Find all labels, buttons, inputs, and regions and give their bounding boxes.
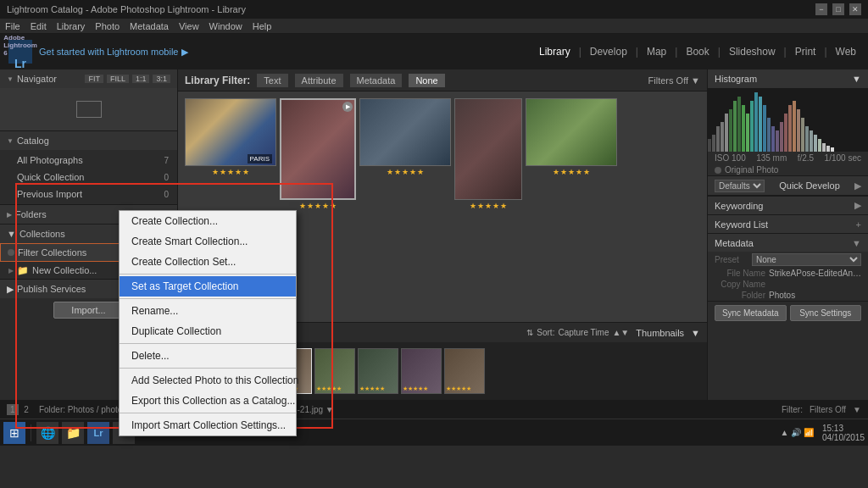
- nav-book[interactable]: Book: [682, 44, 712, 59]
- sync-metadata-button[interactable]: Sync Metadata: [715, 305, 787, 321]
- catalog-header[interactable]: ▼ Catalog: [0, 131, 177, 150]
- menu-file[interactable]: File: [5, 21, 20, 31]
- folder-row: Folder Photos: [708, 290, 868, 301]
- quick-develop-header[interactable]: Defaults Quick Develop ▶: [708, 176, 868, 195]
- right-panel: Histogram ▼: [707, 69, 868, 400]
- collection-folder-icon: 📁: [17, 265, 29, 276]
- ctx-import-smart[interactable]: Import Smart Collection Settings...: [120, 415, 296, 435]
- ctx-add-photo[interactable]: Add Selected Photo to this Collection: [120, 370, 296, 391]
- photo-stars-3: ★★★★★: [387, 168, 425, 176]
- ratio-3-1-btn[interactable]: 3:1: [153, 75, 170, 83]
- menu-library[interactable]: Library: [57, 21, 86, 31]
- svg-rect-3: [721, 122, 724, 152]
- ctx-create-smart-collection[interactable]: Create Smart Collection...: [120, 231, 296, 252]
- metadata-header[interactable]: Metadata ▼: [708, 233, 868, 252]
- photo-cell-1[interactable]: PARIS ★★★★★: [185, 98, 276, 176]
- film-thumb-4[interactable]: ★★★★★: [314, 348, 355, 394]
- new-collection-label: New Collectio...: [32, 265, 97, 275]
- import-button[interactable]: Import...: [53, 302, 123, 319]
- page-2-indicator[interactable]: 2: [20, 404, 32, 415]
- filter-none-btn[interactable]: None: [409, 74, 444, 87]
- navigator-header[interactable]: ▼ Navigator FIT FILL 1:1 3:1: [0, 69, 177, 88]
- taskbar-browser-icon[interactable]: 🌐: [36, 422, 58, 444]
- keyword-list-label: Keyword List: [715, 219, 768, 230]
- film-thumb-6[interactable]: ★★★★★: [401, 348, 442, 394]
- ctx-export-catalog[interactable]: Export this Collection as a Catalog...: [120, 391, 296, 411]
- all-photographs-row[interactable]: All Photographs 7: [0, 152, 177, 169]
- svg-rect-25: [814, 135, 817, 152]
- svg-rect-0: [708, 139, 711, 152]
- photo-cell-3[interactable]: ★★★★★: [359, 98, 451, 176]
- lr-mobile-banner[interactable]: Get started with Lightroom mobile ▶: [39, 47, 188, 58]
- nav-print[interactable]: Print: [792, 44, 820, 59]
- histogram-arrow: ▼: [852, 74, 861, 84]
- filter-attribute-btn[interactable]: Attribute: [295, 74, 343, 87]
- catalog-content: All Photographs 7 Quick Collection 0 Pre…: [0, 150, 177, 204]
- sort-icon: ⇅: [526, 328, 533, 337]
- histogram-label: Histogram: [715, 74, 757, 84]
- quick-collection-row[interactable]: Quick Collection 0: [0, 169, 177, 186]
- filter-value[interactable]: Filters Off: [810, 405, 846, 414]
- filter-arrow[interactable]: ▼: [853, 405, 861, 414]
- keyword-list-add-btn[interactable]: +: [856, 219, 861, 230]
- maximize-button[interactable]: □: [832, 3, 844, 15]
- sync-settings-button[interactable]: Sync Settings: [790, 305, 862, 321]
- menu-view[interactable]: View: [179, 21, 199, 31]
- nav-slideshow[interactable]: Slideshow: [726, 44, 779, 59]
- menu-edit[interactable]: Edit: [31, 21, 47, 31]
- menu-metadata[interactable]: Metadata: [130, 21, 169, 31]
- nav-develop[interactable]: Develop: [587, 44, 631, 59]
- collections-arrow: ▼: [7, 229, 16, 239]
- filename-value: StrikeAPose-EditedAndOriginal-21.jpg: [769, 269, 861, 278]
- defaults-select[interactable]: Defaults: [715, 180, 765, 192]
- histogram-header[interactable]: Histogram ▼: [708, 69, 868, 88]
- keywording-label: Keywording: [715, 201, 763, 211]
- filters-off-label[interactable]: Filters Off ▼: [648, 75, 700, 86]
- taskbar-explorer-icon[interactable]: 📁: [62, 422, 84, 444]
- film-thumb-5[interactable]: ★★★★★: [358, 348, 398, 394]
- lr-logo: Adobe Lightroom 6 Lr Get started with Li…: [8, 40, 188, 64]
- keyword-list-header[interactable]: Keyword List +: [708, 214, 868, 233]
- photo-cell-4[interactable]: ★★★★★: [454, 98, 522, 210]
- close-button[interactable]: ✕: [849, 3, 861, 15]
- nav-web[interactable]: Web: [832, 44, 860, 59]
- ctx-delete[interactable]: Delete...: [120, 346, 296, 366]
- preset-select[interactable]: None: [752, 253, 861, 266]
- filter-text-btn[interactable]: Text: [257, 74, 287, 87]
- sort-direction[interactable]: ▲▼: [612, 328, 629, 337]
- menu-photo[interactable]: Photo: [95, 21, 120, 31]
- ctx-create-collection[interactable]: Create Collection...: [120, 211, 296, 231]
- ctx-rename[interactable]: Rename...: [120, 301, 296, 321]
- fit-btn[interactable]: FIT: [85, 75, 103, 83]
- ctx-duplicate[interactable]: Duplicate Collection: [120, 321, 296, 341]
- nav-map[interactable]: Map: [643, 44, 670, 59]
- minimize-button[interactable]: −: [815, 3, 827, 15]
- ctx-set-target[interactable]: Set as Target Collection: [120, 276, 296, 297]
- svg-rect-20: [793, 101, 796, 152]
- ctx-create-collection-set[interactable]: Create Collection Set...: [120, 252, 296, 272]
- title-bar: Lightroom Catalog - Adobe Photoshop Ligh…: [0, 0, 868, 19]
- page-1-indicator[interactable]: 1: [7, 404, 19, 415]
- quick-develop-section: Defaults Quick Develop ▶: [708, 176, 868, 196]
- folder-value: Photos: [769, 291, 861, 300]
- keywording-arrow: ▶: [854, 200, 861, 211]
- ratio-1-1-btn[interactable]: 1:1: [132, 75, 150, 83]
- keywording-header[interactable]: Keywording ▶: [708, 196, 868, 214]
- previous-import-row[interactable]: Previous Import 0: [0, 186, 177, 202]
- thumb-size-arrow[interactable]: ▼: [691, 328, 700, 338]
- photo-cell-5[interactable]: ★★★★★: [526, 98, 617, 176]
- nav-library[interactable]: Library: [536, 44, 574, 59]
- collections-label: Collections: [19, 229, 65, 239]
- menu-window[interactable]: Window: [209, 21, 242, 31]
- taskbar-lightroom-icon[interactable]: Lr: [87, 422, 109, 444]
- window-controls: − □ ✕: [815, 3, 861, 15]
- catalog-section: ▼ Catalog All Photographs 7 Quick Collec…: [0, 131, 177, 205]
- sort-value[interactable]: Capture Time: [558, 328, 609, 337]
- filter-metadata-btn[interactable]: Metadata: [350, 74, 403, 87]
- fill-btn[interactable]: FILL: [107, 75, 129, 83]
- film-thumb-7[interactable]: ★★★★★: [444, 348, 485, 394]
- start-button[interactable]: ⊞: [3, 422, 25, 444]
- photo-cell-2[interactable]: ▶ ★★★★★: [280, 98, 356, 210]
- quick-develop-label: Quick Develop: [779, 180, 840, 191]
- menu-help[interactable]: Help: [253, 21, 272, 31]
